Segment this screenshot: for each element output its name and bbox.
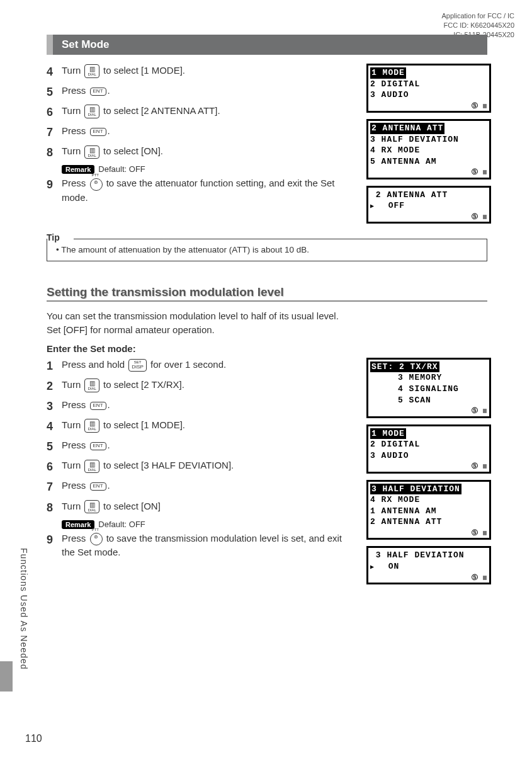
header-line: FCC ID: K6620445X20 — [441, 21, 514, 30]
step-text: Turn DIAL to select [2 TX/RX]. — [62, 378, 184, 392]
lcd-screen: 2 ANTENNA ATT OFFⓈ ▥ — [366, 186, 491, 224]
ptt-icon: ⊚ — [90, 533, 103, 545]
lcd-line: 1 ANTENNA AM — [370, 506, 487, 517]
step-text: Press ENT. — [62, 438, 110, 452]
step-number: 8 — [47, 499, 62, 516]
step-row: 8Turn DIAL to select [ON] — [47, 499, 355, 516]
ent-icon: ENT — [90, 88, 106, 96]
screens-column-b: SET: 2 TX/RX 3 MEMORY 4 SIGNALING 5 SCAN… — [366, 358, 491, 584]
ent-icon: ENT — [90, 402, 106, 410]
lcd-status: Ⓢ ▥ — [370, 168, 487, 177]
lcd-line: 3 HALF DEVIATION — [370, 484, 487, 495]
step-text: Press ENT. — [62, 398, 110, 412]
section-heading: Setting the transmission modulation leve… — [47, 285, 487, 302]
lcd-screen: SET: 2 TX/RX 3 MEMORY 4 SIGNALING 5 SCAN… — [366, 358, 491, 418]
step-number: 8 — [47, 144, 62, 161]
ent-icon: ENT — [90, 128, 106, 136]
ptt-icon: ⊚ — [90, 178, 103, 191]
lcd-line: 3 HALF DEVIATION — [370, 134, 487, 145]
tip-box: Tip • The amount of attenuation by the a… — [47, 239, 487, 261]
step-text: Turn DIAL to select [ON]. — [62, 144, 163, 159]
lcd-line: 2 ANTENNA ATT — [370, 123, 487, 134]
header-line: Application for FCC / IC — [441, 11, 514, 21]
dial-icon: DIAL — [84, 500, 99, 514]
step-number: 5 — [47, 438, 62, 455]
step-number: 4 — [47, 64, 62, 80]
step-text: Turn DIAL to select [2 ANTENNA ATT]. — [62, 104, 220, 118]
lcd-status: Ⓢ ▥ — [370, 407, 487, 416]
step-row: 4Turn DIAL to select [1 MODE]. — [47, 418, 355, 435]
step-row: 9Press ⊚ to save the attenuator function… — [47, 176, 355, 204]
lcd-status: Ⓢ ▥ — [370, 529, 487, 538]
step-text: Press ENT. — [62, 84, 110, 98]
step-row: 5Press ENT. — [47, 438, 355, 455]
step-text: Press and hold SETDISP for over 1 second… — [62, 358, 226, 372]
step-text: Press ⊚ to save the attenuator function … — [62, 176, 355, 204]
set-mode-bar: Set Mode — [47, 35, 487, 55]
dial-icon: DIAL — [84, 460, 99, 474]
step-row: 7Press ENT. — [47, 124, 355, 140]
step-text: Press ⊚ to save the transmission modulat… — [62, 532, 355, 559]
step-row: 8Turn DIAL to select [ON]. — [47, 144, 355, 161]
step-row: 6Turn DIAL to select [3 HALF DEVIATION]. — [47, 458, 355, 475]
step-row: 4Turn DIAL to select [1 MODE]. — [47, 64, 355, 80]
lcd-status: Ⓢ ▥ — [370, 102, 487, 111]
tip-text: • The amount of attenuation by the atten… — [56, 245, 309, 254]
dial-icon: DIAL — [84, 64, 99, 78]
lcd-line: 5 ANTENNA AM — [370, 156, 487, 168]
remark-pill: Remark — [62, 520, 94, 529]
step-text: Turn DIAL to select [ON] — [62, 499, 161, 514]
step-row: 7Press ENT. — [47, 479, 355, 495]
tip-label: Tip — [47, 232, 64, 242]
step-number: 1 — [47, 358, 62, 374]
lcd-screen: 3 HALF DEVIATION4 RX MODE1 ANTENNA AM2 A… — [366, 480, 491, 540]
lcd-line: 1 MODE — [370, 67, 487, 79]
lcd-line: 4 RX MODE — [370, 494, 487, 506]
step-text: Turn DIAL to select [1 MODE]. — [62, 418, 185, 433]
steps-column-b: 1Press and hold SETDISP for over 1 secon… — [47, 358, 355, 584]
disp-icon: SETDISP — [128, 359, 147, 371]
lcd-line: 2 ANTENNA ATT — [370, 516, 487, 528]
lcd-screen: 2 ANTENNA ATT3 HALF DEVIATION4 RX MODE5 … — [366, 119, 491, 179]
dial-icon: DIAL — [84, 105, 99, 118]
lcd-line: 2 ANTENNA ATT — [370, 190, 487, 201]
step-text: Turn DIAL to select [3 HALF DEVIATION]. — [62, 458, 234, 473]
lcd-status: Ⓢ ▥ — [370, 462, 487, 471]
step-row: 9Press ⊚ to save the transmission modula… — [47, 532, 355, 559]
step-number: 7 — [47, 124, 62, 140]
section-body: You can set the transmission modulation … — [47, 309, 487, 337]
ent-icon: ENT — [90, 442, 106, 450]
lcd-line: 4 RX MODE — [370, 145, 487, 156]
step-number: 3 — [47, 398, 62, 414]
lcd-screen: 3 HALF DEVIATION ONⓈ ▥ — [366, 546, 491, 584]
dial-icon: DIAL — [84, 378, 99, 392]
lcd-status: Ⓢ ▥ — [370, 574, 487, 583]
page-number: 110 — [25, 733, 42, 744]
remark-line: RemarkDefault: OFF — [62, 164, 355, 174]
remark-pill: Remark — [62, 165, 94, 174]
remark-text: Default: OFF — [98, 520, 145, 529]
lcd-screen: 1 MODE2 DIGITAL3 AUDIOⓈ ▥ — [366, 64, 491, 113]
steps-column-a: 4Turn DIAL to select [1 MODE].5Press ENT… — [47, 64, 355, 224]
step-row: 1Press and hold SETDISP for over 1 secon… — [47, 358, 355, 374]
side-label: Functions Used As Needed — [19, 548, 29, 670]
step-row: 3Press ENT. — [47, 398, 355, 414]
step-text: Press ENT. — [62, 124, 110, 138]
lcd-line: 2 DIGITAL — [370, 439, 487, 450]
step-row: 6Turn DIAL to select [2 ANTENNA ATT]. — [47, 104, 355, 120]
step-number: 6 — [47, 104, 62, 120]
lcd-line: SET: 2 TX/RX — [370, 361, 487, 373]
dial-icon: DIAL — [84, 145, 99, 159]
step-number: 9 — [47, 176, 62, 193]
lcd-line: OFF — [370, 200, 487, 212]
step-text: Turn DIAL to select [1 MODE]. — [62, 64, 185, 78]
lcd-line: 3 AUDIO — [370, 89, 487, 101]
lcd-line: 3 AUDIO — [370, 450, 487, 462]
step-number: 7 — [47, 479, 62, 495]
lcd-line: 2 DIGITAL — [370, 79, 487, 90]
step-row: 5Press ENT. — [47, 84, 355, 100]
remark-text: Default: OFF — [98, 164, 145, 174]
step-number: 2 — [47, 378, 62, 394]
ent-icon: ENT — [90, 482, 106, 491]
lcd-line: 5 SCAN — [370, 395, 487, 406]
